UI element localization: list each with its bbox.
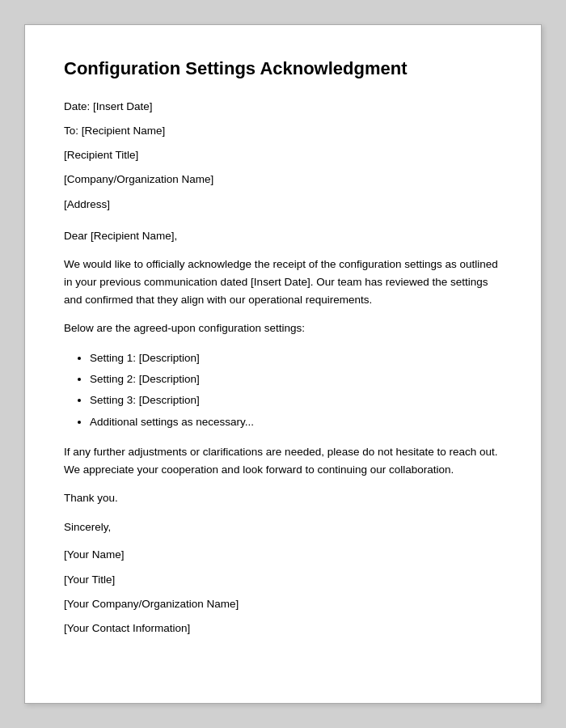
- body-paragraph-2: Below are the agreed-upon configuration …: [64, 320, 502, 337]
- document: Configuration Settings Acknowledgment Da…: [24, 24, 542, 704]
- thank-you: Thank you.: [64, 489, 502, 507]
- address: [Address]: [64, 197, 502, 213]
- body-paragraph-3: If any further adjustments or clarificat…: [64, 443, 502, 478]
- to-line: To: [Recipient Name]: [64, 123, 502, 139]
- list-item: Additional settings as necessary...: [90, 413, 502, 432]
- settings-list: Setting 1: [Description] Setting 2: [Des…: [90, 349, 502, 432]
- document-title: Configuration Settings Acknowledgment: [64, 57, 502, 81]
- date-line: Date: [Insert Date]: [64, 99, 502, 115]
- your-contact: [Your Contact Information]: [64, 620, 502, 637]
- company-name: [Company/Organization Name]: [64, 171, 502, 188]
- your-title: [Your Title]: [64, 572, 502, 588]
- body-paragraph-1: We would like to officially acknowledge …: [64, 256, 502, 308]
- list-item: Setting 3: [Description]: [90, 391, 502, 410]
- list-item: Setting 1: [Description]: [90, 349, 502, 368]
- salutation: Dear [Recipient Name],: [64, 227, 502, 245]
- recipient-title: [Recipient Title]: [64, 147, 502, 163]
- closing: Sincerely,: [64, 518, 502, 536]
- your-name: [Your Name]: [64, 547, 502, 563]
- your-company: [Your Company/Organization Name]: [64, 596, 502, 612]
- list-item: Setting 2: [Description]: [90, 370, 502, 389]
